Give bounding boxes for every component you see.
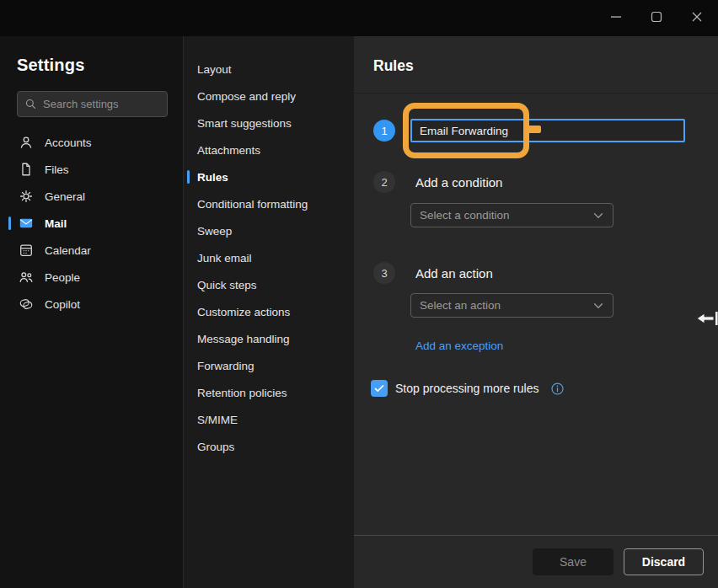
category-conditional-formatting[interactable]: Conditional formatting: [185, 190, 354, 217]
action-dropdown[interactable]: Select an action: [410, 293, 614, 318]
category-label: Groups: [197, 441, 234, 453]
category-rules[interactable]: Rules: [185, 163, 354, 190]
close-button[interactable]: [677, 0, 717, 36]
selection-indicator: [187, 278, 190, 291]
sidebar-item-copilot[interactable]: Copilot: [0, 291, 184, 318]
sidebar-item-people[interactable]: People: [0, 264, 184, 291]
minimize-icon: [610, 11, 622, 26]
add-exception-link[interactable]: Add an exception: [415, 339, 503, 352]
selection-indicator: [8, 297, 11, 311]
maximize-button[interactable]: [636, 0, 677, 36]
selection-indicator: [8, 216, 11, 230]
selection-indicator: [8, 190, 11, 203]
category-label: Quick steps: [197, 279, 257, 291]
settings-window: Settings Accounts: [0, 0, 718, 588]
stop-processing-row: Stop processing more rules: [371, 380, 565, 397]
selection-indicator: [187, 305, 190, 318]
dropdown-placeholder: Select an action: [420, 299, 501, 312]
category-label: Layout: [197, 63, 232, 76]
stop-processing-checkbox[interactable]: [371, 380, 388, 397]
selection-indicator: [187, 359, 190, 372]
category-label: Compose and reply: [197, 90, 296, 103]
category-retention-policies[interactable]: Retention policies: [185, 379, 354, 406]
gear-icon: [19, 189, 34, 204]
save-button[interactable]: Save: [533, 548, 614, 575]
panel-title: Rules: [373, 57, 414, 75]
step-3-badge: 3: [373, 262, 395, 284]
dropdown-placeholder: Select a condition: [420, 209, 510, 222]
selection-indicator: [187, 251, 190, 265]
selection-indicator: [187, 116, 190, 130]
selection-indicator: [187, 332, 190, 345]
category-label: Junk email: [197, 252, 252, 265]
sidebar-item-calendar[interactable]: Calendar: [0, 237, 184, 264]
category-layout[interactable]: Layout: [185, 56, 354, 83]
calendar-icon: [19, 243, 34, 258]
selection-indicator: [187, 170, 190, 184]
search-input[interactable]: [43, 98, 153, 110]
category-label: Message handling: [197, 333, 290, 345]
header-divider: [354, 93, 718, 94]
maximize-icon: [651, 11, 662, 26]
step-number: 3: [381, 267, 387, 280]
chevron-down-icon: [592, 300, 604, 312]
search-box[interactable]: [17, 91, 168, 117]
category-compose-and-reply[interactable]: Compose and reply: [185, 83, 354, 110]
step-2-badge: 2: [373, 171, 395, 193]
category-label: Retention policies: [197, 387, 287, 399]
category-smart-suggestions[interactable]: Smart suggestions: [185, 110, 354, 136]
condition-label: Add a condition: [415, 175, 502, 190]
action-label: Add an action: [415, 266, 493, 281]
people-icon: [19, 270, 34, 285]
page-title: Settings: [17, 56, 85, 75]
category-groups[interactable]: Groups: [185, 433, 354, 460]
selection-indicator: [8, 136, 11, 149]
selection-indicator: [187, 413, 190, 426]
rules-panel: Rules 1 2 Add a condition Select a condi…: [354, 36, 718, 588]
person-icon: [19, 135, 34, 150]
sidebar-nav: Accounts Files Gene: [0, 129, 184, 318]
category-smime[interactable]: S/MIME: [185, 406, 354, 433]
sidebar-item-label: People: [45, 271, 80, 284]
category-label: Rules: [197, 171, 228, 184]
selection-indicator: [187, 386, 190, 399]
category-junk-email[interactable]: Junk email: [185, 244, 354, 271]
sidebar-item-label: Files: [45, 163, 69, 176]
sidebar-item-label: Copilot: [45, 298, 80, 311]
category-label: Attachments: [197, 144, 260, 157]
category-label: S/MIME: [197, 414, 238, 426]
sidebar-item-label: Accounts: [45, 136, 92, 149]
rule-name-input[interactable]: [410, 119, 685, 142]
selection-indicator: [187, 62, 190, 76]
mail-categories-column: Layout Compose and reply Smart suggestio…: [185, 36, 354, 588]
footer-divider: [354, 535, 718, 536]
file-icon: [19, 162, 34, 177]
category-quick-steps[interactable]: Quick steps: [185, 271, 354, 298]
info-icon[interactable]: [550, 382, 565, 396]
category-forwarding[interactable]: Forwarding: [185, 352, 354, 379]
category-sweep[interactable]: Sweep: [185, 217, 354, 244]
close-icon: [691, 11, 703, 26]
selection-indicator: [8, 270, 11, 284]
sidebar-item-label: General: [45, 190, 85, 203]
sidebar-item-accounts[interactable]: Accounts: [0, 129, 184, 156]
category-message-handling[interactable]: Message handling: [185, 325, 354, 352]
category-customize-actions[interactable]: Customize actions: [185, 298, 354, 325]
sidebar-item-files[interactable]: Files: [0, 156, 184, 183]
minimize-button[interactable]: [596, 0, 636, 36]
sidebar-item-label: Calendar: [45, 244, 91, 257]
selection-indicator: [187, 143, 190, 157]
category-label: Sweep: [197, 225, 232, 238]
category-label: Conditional formatting: [197, 198, 308, 211]
checkmark-icon: [373, 382, 385, 394]
category-label: Smart suggestions: [197, 117, 292, 130]
condition-dropdown[interactable]: Select a condition: [410, 203, 614, 227]
selection-indicator: [187, 440, 190, 453]
sidebar-item-general[interactable]: General: [0, 183, 184, 210]
discard-button[interactable]: Discard: [624, 548, 704, 575]
checkbox-label: Stop processing more rules: [395, 382, 538, 395]
search-icon: [24, 98, 37, 110]
chevron-down-icon: [592, 210, 604, 222]
sidebar-item-mail[interactable]: Mail: [0, 210, 184, 237]
category-attachments[interactable]: Attachments: [185, 136, 354, 163]
